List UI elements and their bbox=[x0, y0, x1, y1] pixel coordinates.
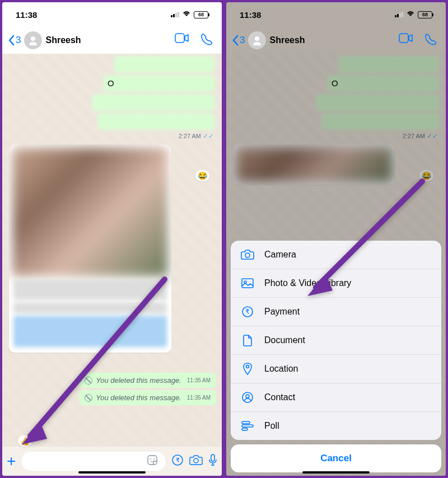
wifi-icon bbox=[406, 10, 415, 19]
deleted-message[interactable]: You deleted this message. 11:35 AM bbox=[79, 390, 216, 405]
action-contact[interactable]: Contact bbox=[231, 383, 441, 412]
svg-rect-12 bbox=[242, 279, 253, 288]
cancel-button[interactable]: Cancel bbox=[231, 444, 441, 472]
svg-rect-10 bbox=[399, 34, 408, 43]
action-photo-library[interactable]: Photo & Video Library bbox=[231, 269, 441, 298]
deleted-label: You deleted this message. bbox=[96, 376, 181, 385]
svg-rect-2 bbox=[148, 456, 157, 465]
signal-icon bbox=[395, 12, 403, 17]
avatar[interactable] bbox=[24, 31, 42, 49]
svg-rect-20 bbox=[242, 425, 253, 427]
action-document[interactable]: Document bbox=[231, 326, 441, 355]
action-label: Location bbox=[264, 364, 298, 374]
media-thumbnail[interactable] bbox=[12, 148, 168, 277]
contact-name[interactable]: Shreesh bbox=[269, 35, 395, 45]
reaction-laugh[interactable]: 😂 bbox=[195, 170, 209, 181]
home-indicator[interactable] bbox=[302, 471, 370, 474]
video-call-button[interactable] bbox=[399, 33, 413, 48]
avatar[interactable] bbox=[248, 31, 266, 49]
voice-call-button[interactable] bbox=[424, 33, 437, 48]
screenshot-right: 11:38 68 3 Shreesh bbox=[226, 2, 446, 476]
media-message-card bbox=[233, 144, 395, 185]
action-payment[interactable]: ₹ Payment bbox=[231, 298, 441, 326]
battery-icon: 68 bbox=[194, 11, 208, 18]
chat-header: 3 Shreesh bbox=[2, 27, 222, 54]
action-location[interactable]: Location bbox=[231, 355, 441, 383]
link-preview-text bbox=[13, 302, 167, 313]
back-count: 3 bbox=[16, 35, 21, 46]
action-label: Payment bbox=[264, 307, 300, 317]
status-time: 11:38 bbox=[16, 10, 37, 20]
svg-point-7 bbox=[194, 458, 198, 463]
poll-icon bbox=[241, 419, 254, 433]
message-out[interactable] bbox=[103, 75, 215, 92]
svg-point-3 bbox=[150, 458, 151, 460]
status-indicators: 68 bbox=[395, 10, 432, 19]
location-icon bbox=[241, 362, 254, 376]
message-text-input[interactable] bbox=[21, 452, 166, 471]
message-out bbox=[321, 113, 439, 130]
message-timestamp: 2:27 AM ✓✓ bbox=[226, 132, 438, 140]
attachment-plus-button[interactable]: + bbox=[7, 452, 16, 470]
media-message-card[interactable] bbox=[9, 144, 171, 353]
svg-rect-1 bbox=[175, 34, 184, 43]
message-out[interactable] bbox=[92, 94, 215, 111]
message-out bbox=[338, 56, 439, 73]
photo-icon bbox=[241, 277, 254, 290]
message-out[interactable] bbox=[114, 56, 215, 73]
contact-icon bbox=[241, 391, 254, 404]
message-timestamp: 2:27 AM ✓✓ bbox=[2, 132, 214, 140]
sticker-icon[interactable] bbox=[147, 454, 158, 468]
payment-icon[interactable]: ₹ bbox=[171, 454, 184, 468]
status-indicators: 68 bbox=[171, 10, 208, 19]
svg-point-0 bbox=[31, 36, 35, 41]
link-preview-text bbox=[13, 280, 167, 300]
video-call-button[interactable] bbox=[175, 33, 189, 48]
svg-point-9 bbox=[255, 36, 259, 41]
deleted-icon bbox=[85, 394, 92, 402]
read-receipt-icon: ✓✓ bbox=[203, 132, 214, 140]
reaction-thumb[interactable]: 👍 bbox=[18, 435, 32, 447]
deleted-time: 11:35 AM bbox=[187, 377, 211, 383]
svg-point-4 bbox=[153, 458, 155, 460]
visible-letter: O bbox=[108, 78, 114, 88]
home-indicator[interactable] bbox=[78, 471, 146, 474]
document-icon bbox=[241, 334, 254, 347]
screenshot-left: 11:38 68 3 Shreesh bbox=[2, 2, 222, 476]
battery-icon: 68 bbox=[418, 11, 432, 18]
back-button[interactable]: 3 bbox=[8, 35, 21, 46]
camera-icon[interactable] bbox=[189, 454, 203, 468]
chat-header: 3 Shreesh bbox=[226, 27, 446, 54]
svg-rect-19 bbox=[242, 421, 250, 424]
wifi-icon bbox=[182, 10, 191, 19]
svg-rect-8 bbox=[211, 454, 214, 461]
chat-area[interactable]: O 2:27 AM ✓✓ 😂 👍 You deleted this messag… bbox=[2, 54, 222, 476]
message-out[interactable] bbox=[97, 113, 215, 130]
voice-call-button[interactable] bbox=[200, 33, 213, 48]
action-label: Camera bbox=[264, 250, 296, 260]
svg-text:₹: ₹ bbox=[245, 308, 250, 316]
status-time: 11:38 bbox=[240, 10, 261, 20]
action-label: Poll bbox=[264, 421, 279, 431]
back-count: 3 bbox=[240, 35, 245, 46]
deleted-icon bbox=[85, 377, 92, 385]
media-thumbnail bbox=[236, 148, 392, 181]
deleted-time: 11:35 AM bbox=[187, 395, 211, 401]
back-button[interactable]: 3 bbox=[232, 35, 245, 46]
attachment-action-sheet: Camera Photo & Video Library ₹ Payment D… bbox=[231, 241, 441, 472]
action-camera[interactable]: Camera bbox=[231, 241, 441, 269]
deleted-message[interactable]: You deleted this message. 11:35 AM bbox=[79, 373, 216, 388]
action-poll[interactable]: Poll bbox=[231, 412, 441, 440]
message-out bbox=[316, 94, 439, 111]
mic-icon[interactable] bbox=[208, 454, 217, 468]
action-label: Document bbox=[264, 335, 305, 345]
svg-point-11 bbox=[245, 253, 250, 257]
action-label: Photo & Video Library bbox=[264, 278, 351, 288]
signal-icon bbox=[171, 12, 179, 17]
reaction-laugh: 😂 bbox=[419, 170, 433, 181]
svg-text:₹: ₹ bbox=[176, 457, 180, 463]
contact-name[interactable]: Shreesh bbox=[45, 35, 171, 45]
visible-letter: O bbox=[332, 78, 338, 88]
svg-point-16 bbox=[246, 365, 249, 368]
camera-icon bbox=[241, 248, 254, 261]
